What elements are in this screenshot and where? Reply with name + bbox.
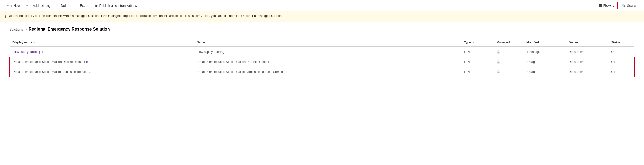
col-header-more [179,38,194,47]
breadcrumb-current: Regional Emergency Response Solution [29,27,110,32]
col-header-managed: Managed... [494,38,524,47]
row-status: On [608,47,634,57]
warning-banner: ℹ You cannot directly edit the component… [0,11,644,22]
col-header-type[interactable]: Type ∨ [461,38,494,47]
delete-button[interactable]: 🗑 Delete [54,2,72,9]
export-label: Export [80,4,89,8]
row-owner: Docs User [566,47,608,57]
sort-icon-display: ∨ [34,41,35,44]
publish-button[interactable]: ▣ Publish all customizations [93,2,139,9]
breadcrumb: Solutions > Regional Emergency Response … [0,22,644,34]
row-owner: Docs User [566,67,608,77]
table-row: Portal User Request: Send Email to Admin… [10,67,634,77]
breadcrumb-parent[interactable]: Solutions [10,28,23,31]
table-row: Flow supply tracking⊞···Flow supply trac… [10,47,634,57]
search-icon: 🔍 [622,4,626,8]
row-managed: 🔒 [494,67,524,77]
row-owner: Docs User [566,57,608,67]
plus-add-icon: ＋ [26,4,29,8]
external-link-icon[interactable]: ⊞ [86,60,88,64]
more-button[interactable]: ··· [140,2,148,9]
row-type: Flow [461,47,494,57]
info-icon: ℹ [5,14,6,20]
export-button[interactable]: ↦ Export [74,2,92,9]
row-type: Flow [461,67,494,77]
display-name-link[interactable]: Flow supply tracking [12,50,40,54]
col-header-name: Name [194,38,461,47]
row-status: Off [608,67,634,77]
add-existing-label: + Add existing [30,4,51,8]
display-name-text: Portal User Request: Send Email on Decli… [13,60,85,64]
lock-icon: 🔒 [496,50,500,54]
warning-text: You cannot directly edit the components … [8,14,282,18]
trash-icon: 🗑 [56,4,60,8]
sort-icon-type: ∨ [472,41,474,44]
display-name-text: Portal User Request: Send Email to Admin… [13,70,92,74]
hamburger-icon: ☰ [599,4,602,8]
row-more-button[interactable]: ··· [182,69,187,74]
external-link-icon[interactable]: ⊞ [41,50,44,54]
row-modified: 2 h ago [524,67,566,77]
row-more-button[interactable]: ··· [182,60,187,64]
new-button[interactable]: ＋ + New [4,2,22,9]
row-modified: 2 h ago [524,57,566,67]
table-header-row: Display name ∨ Name Type ∨ Managed... Mo… [10,38,634,47]
col-header-modified: Modified [524,38,566,47]
export-icon: ↦ [76,4,79,8]
col-header-display-name[interactable]: Display name ∨ [10,38,179,47]
new-label: + New [10,4,20,8]
row-type: Flow [461,57,494,67]
row-name: Portal User Request: Send Email on Decli… [194,57,461,67]
more-icon: ··· [142,4,146,8]
chevron-down-icon: ∨ [612,4,615,8]
row-name: Portal User Request: Send Email to Admin… [194,67,461,77]
publish-label: Publish all customizations [99,4,137,8]
toolbar: ＋ + New ＋ + Add existing 🗑 Delete ↦ Expo… [0,0,644,11]
add-existing-button[interactable]: ＋ + Add existing [23,2,53,9]
row-name: Flow supply tracking [194,47,461,57]
flow-filter-button[interactable]: ☰ Flow ∨ [596,2,618,10]
row-status: Off [608,57,634,67]
row-more-button[interactable]: ··· [182,49,187,54]
col-header-status: Status [608,38,634,47]
plus-icon: ＋ [6,4,10,8]
solutions-table: Display name ∨ Name Type ∨ Managed... Mo… [10,38,634,77]
breadcrumb-separator: > [25,28,27,31]
delete-label: Delete [61,4,70,8]
col-header-owner: Owner [566,38,608,47]
flow-filter-label: Flow [603,4,611,8]
row-managed: 🔒 [494,57,524,67]
lock-icon: 🔒 [496,70,500,74]
lock-icon: 🔒 [496,60,500,64]
row-modified: 1 min ago [524,47,566,57]
table-row: Portal User Request: Send Email on Decli… [10,57,634,67]
search-label: Search [627,4,638,8]
search-button[interactable]: 🔍 Search [619,2,640,9]
publish-icon: ▣ [95,4,98,8]
row-managed: 🔒 [494,47,524,57]
main-content: Display name ∨ Name Type ∨ Managed... Mo… [0,34,644,82]
